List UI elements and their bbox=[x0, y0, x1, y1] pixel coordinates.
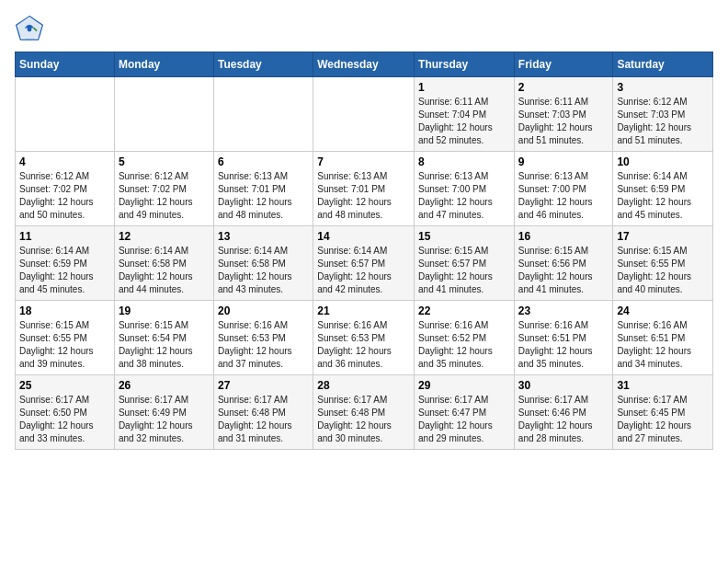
calendar-cell: 13Sunrise: 6:14 AM Sunset: 6:58 PM Dayli… bbox=[213, 226, 313, 301]
day-info: Sunrise: 6:14 AM Sunset: 6:58 PM Dayligh… bbox=[218, 245, 309, 296]
calendar-cell bbox=[114, 77, 213, 152]
calendar-week-5: 25Sunrise: 6:17 AM Sunset: 6:50 PM Dayli… bbox=[16, 375, 713, 450]
day-number: 15 bbox=[418, 230, 510, 243]
calendar-week-4: 18Sunrise: 6:15 AM Sunset: 6:55 PM Dayli… bbox=[16, 301, 713, 375]
day-number: 3 bbox=[617, 81, 709, 94]
day-number: 30 bbox=[518, 379, 609, 392]
svg-point-2 bbox=[28, 28, 32, 32]
calendar-cell: 24Sunrise: 6:16 AM Sunset: 6:51 PM Dayli… bbox=[613, 301, 713, 375]
calendar-cell bbox=[16, 77, 115, 152]
day-info: Sunrise: 6:13 AM Sunset: 7:00 PM Dayligh… bbox=[518, 170, 609, 222]
day-number: 1 bbox=[418, 81, 510, 94]
day-info: Sunrise: 6:13 AM Sunset: 7:01 PM Dayligh… bbox=[317, 170, 410, 222]
header-tuesday: Tuesday bbox=[213, 52, 313, 77]
day-info: Sunrise: 6:17 AM Sunset: 6:46 PM Dayligh… bbox=[518, 394, 609, 445]
calendar-cell: 4Sunrise: 6:12 AM Sunset: 7:02 PM Daylig… bbox=[16, 152, 115, 226]
calendar-table: SundayMondayTuesdayWednesdayThursdayFrid… bbox=[15, 52, 713, 450]
day-info: Sunrise: 6:15 AM Sunset: 6:57 PM Dayligh… bbox=[418, 245, 510, 296]
day-info: Sunrise: 6:12 AM Sunset: 7:02 PM Dayligh… bbox=[19, 170, 110, 222]
day-number: 24 bbox=[617, 304, 709, 317]
calendar-header-row: SundayMondayTuesdayWednesdayThursdayFrid… bbox=[16, 52, 713, 77]
calendar-cell: 29Sunrise: 6:17 AM Sunset: 6:47 PM Dayli… bbox=[415, 375, 515, 450]
calendar-cell: 6Sunrise: 6:13 AM Sunset: 7:01 PM Daylig… bbox=[213, 152, 313, 226]
day-number: 8 bbox=[418, 155, 510, 168]
calendar-cell: 18Sunrise: 6:15 AM Sunset: 6:55 PM Dayli… bbox=[16, 301, 115, 375]
calendar-cell bbox=[213, 77, 313, 152]
day-info: Sunrise: 6:13 AM Sunset: 7:01 PM Dayligh… bbox=[218, 170, 309, 222]
calendar-cell: 23Sunrise: 6:16 AM Sunset: 6:51 PM Dayli… bbox=[514, 301, 613, 375]
day-info: Sunrise: 6:17 AM Sunset: 6:49 PM Dayligh… bbox=[119, 394, 210, 445]
calendar-cell: 14Sunrise: 6:14 AM Sunset: 6:57 PM Dayli… bbox=[313, 226, 415, 301]
calendar-cell: 28Sunrise: 6:17 AM Sunset: 6:48 PM Dayli… bbox=[313, 375, 415, 450]
day-number: 28 bbox=[317, 379, 410, 392]
header bbox=[15, 15, 713, 44]
header-monday: Monday bbox=[114, 52, 213, 77]
day-info: Sunrise: 6:17 AM Sunset: 6:47 PM Dayligh… bbox=[418, 394, 510, 445]
day-number: 14 bbox=[317, 230, 410, 243]
calendar-cell: 17Sunrise: 6:15 AM Sunset: 6:55 PM Dayli… bbox=[613, 226, 713, 301]
header-wednesday: Wednesday bbox=[313, 52, 415, 77]
day-number: 26 bbox=[119, 379, 210, 392]
day-number: 2 bbox=[518, 81, 609, 94]
day-number: 9 bbox=[518, 155, 609, 168]
calendar-cell: 30Sunrise: 6:17 AM Sunset: 6:46 PM Dayli… bbox=[514, 375, 613, 450]
day-info: Sunrise: 6:16 AM Sunset: 6:51 PM Dayligh… bbox=[518, 319, 609, 371]
day-number: 20 bbox=[218, 304, 309, 317]
day-info: Sunrise: 6:17 AM Sunset: 6:48 PM Dayligh… bbox=[218, 394, 309, 445]
day-info: Sunrise: 6:12 AM Sunset: 7:03 PM Dayligh… bbox=[617, 96, 709, 147]
calendar-cell: 26Sunrise: 6:17 AM Sunset: 6:49 PM Dayli… bbox=[114, 375, 213, 450]
calendar-week-2: 4Sunrise: 6:12 AM Sunset: 7:02 PM Daylig… bbox=[16, 152, 713, 226]
day-info: Sunrise: 6:11 AM Sunset: 7:03 PM Dayligh… bbox=[518, 96, 609, 147]
day-number: 23 bbox=[518, 304, 609, 317]
day-number: 29 bbox=[418, 379, 510, 392]
day-info: Sunrise: 6:17 AM Sunset: 6:45 PM Dayligh… bbox=[617, 394, 709, 445]
day-number: 5 bbox=[119, 155, 210, 168]
calendar-cell: 16Sunrise: 6:15 AM Sunset: 6:56 PM Dayli… bbox=[514, 226, 613, 301]
day-info: Sunrise: 6:16 AM Sunset: 6:51 PM Dayligh… bbox=[617, 319, 709, 371]
day-number: 25 bbox=[19, 379, 110, 392]
day-info: Sunrise: 6:15 AM Sunset: 6:56 PM Dayligh… bbox=[518, 245, 609, 296]
calendar-cell: 7Sunrise: 6:13 AM Sunset: 7:01 PM Daylig… bbox=[313, 152, 415, 226]
day-info: Sunrise: 6:15 AM Sunset: 6:55 PM Dayligh… bbox=[19, 319, 110, 371]
calendar-cell: 27Sunrise: 6:17 AM Sunset: 6:48 PM Dayli… bbox=[213, 375, 313, 450]
calendar-cell bbox=[313, 77, 415, 152]
logo-icon bbox=[15, 15, 44, 44]
day-number: 19 bbox=[119, 304, 210, 317]
day-info: Sunrise: 6:14 AM Sunset: 6:59 PM Dayligh… bbox=[617, 170, 709, 222]
day-info: Sunrise: 6:16 AM Sunset: 6:52 PM Dayligh… bbox=[418, 319, 510, 371]
day-number: 16 bbox=[518, 230, 609, 243]
day-number: 10 bbox=[617, 155, 709, 168]
calendar-cell: 9Sunrise: 6:13 AM Sunset: 7:00 PM Daylig… bbox=[514, 152, 613, 226]
day-info: Sunrise: 6:14 AM Sunset: 6:58 PM Dayligh… bbox=[119, 245, 210, 296]
calendar-cell: 8Sunrise: 6:13 AM Sunset: 7:00 PM Daylig… bbox=[415, 152, 515, 226]
day-number: 22 bbox=[418, 304, 510, 317]
day-info: Sunrise: 6:16 AM Sunset: 6:53 PM Dayligh… bbox=[218, 319, 309, 371]
calendar-cell: 19Sunrise: 6:15 AM Sunset: 6:54 PM Dayli… bbox=[114, 301, 213, 375]
day-number: 11 bbox=[19, 230, 110, 243]
day-info: Sunrise: 6:17 AM Sunset: 6:50 PM Dayligh… bbox=[19, 394, 110, 445]
calendar-cell: 22Sunrise: 6:16 AM Sunset: 6:52 PM Dayli… bbox=[415, 301, 515, 375]
calendar-cell: 20Sunrise: 6:16 AM Sunset: 6:53 PM Dayli… bbox=[213, 301, 313, 375]
calendar-cell: 3Sunrise: 6:12 AM Sunset: 7:03 PM Daylig… bbox=[613, 77, 713, 152]
day-number: 7 bbox=[317, 155, 410, 168]
day-info: Sunrise: 6:13 AM Sunset: 7:00 PM Dayligh… bbox=[418, 170, 510, 222]
calendar-cell: 25Sunrise: 6:17 AM Sunset: 6:50 PM Dayli… bbox=[16, 375, 115, 450]
day-number: 21 bbox=[317, 304, 410, 317]
day-number: 6 bbox=[218, 155, 309, 168]
header-friday: Friday bbox=[514, 52, 613, 77]
header-sunday: Sunday bbox=[16, 52, 115, 77]
day-number: 31 bbox=[617, 379, 709, 392]
day-number: 13 bbox=[218, 230, 309, 243]
day-info: Sunrise: 6:17 AM Sunset: 6:48 PM Dayligh… bbox=[317, 394, 410, 445]
day-info: Sunrise: 6:15 AM Sunset: 6:55 PM Dayligh… bbox=[617, 245, 709, 296]
day-info: Sunrise: 6:11 AM Sunset: 7:04 PM Dayligh… bbox=[418, 96, 510, 147]
day-number: 17 bbox=[617, 230, 709, 243]
day-number: 12 bbox=[119, 230, 210, 243]
day-info: Sunrise: 6:15 AM Sunset: 6:54 PM Dayligh… bbox=[119, 319, 210, 371]
calendar-cell: 1Sunrise: 6:11 AM Sunset: 7:04 PM Daylig… bbox=[415, 77, 515, 152]
day-info: Sunrise: 6:12 AM Sunset: 7:02 PM Dayligh… bbox=[119, 170, 210, 222]
calendar-cell: 15Sunrise: 6:15 AM Sunset: 6:57 PM Dayli… bbox=[415, 226, 515, 301]
calendar-cell: 11Sunrise: 6:14 AM Sunset: 6:59 PM Dayli… bbox=[16, 226, 115, 301]
day-info: Sunrise: 6:14 AM Sunset: 6:57 PM Dayligh… bbox=[317, 245, 410, 296]
calendar-cell: 12Sunrise: 6:14 AM Sunset: 6:58 PM Dayli… bbox=[114, 226, 213, 301]
